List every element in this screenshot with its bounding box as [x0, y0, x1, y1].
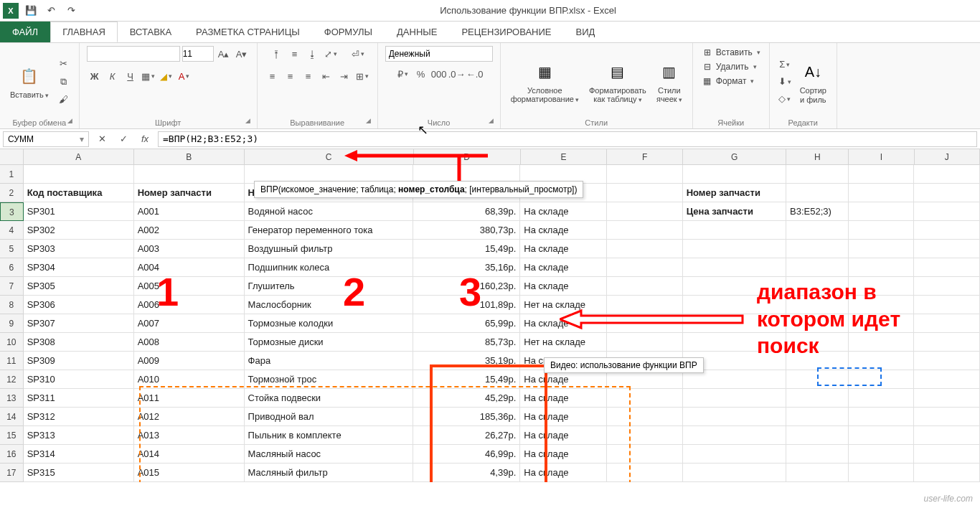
cell[interactable]: [786, 165, 849, 184]
row-header[interactable]: 9: [0, 314, 24, 333]
cell[interactable]: Водяной насос: [245, 202, 414, 221]
format-cells-button[interactable]: ▦Формат: [700, 75, 756, 88]
fill-color-icon[interactable]: ◢: [159, 68, 174, 84]
cell[interactable]: [607, 314, 683, 333]
cell[interactable]: SP313: [24, 426, 134, 445]
cell[interactable]: [683, 408, 786, 426]
cell[interactable]: Подшипник колеса: [245, 258, 414, 277]
row-header[interactable]: 10: [0, 333, 24, 352]
name-box[interactable]: СУММ▾: [3, 131, 89, 147]
table-row[interactable]: 9SP307A007Тормозные колодки65,99р.На скл…: [0, 314, 980, 333]
row-header[interactable]: 3: [0, 202, 24, 221]
cell[interactable]: A005: [134, 277, 245, 296]
cell[interactable]: [914, 258, 980, 277]
cell[interactable]: [607, 258, 683, 277]
cell[interactable]: [607, 240, 683, 258]
col-header-e[interactable]: E: [521, 149, 607, 164]
table-row[interactable]: 7SP305A005Глушитель160,23р.На складе: [0, 277, 980, 296]
fill-icon[interactable]: ⬇: [777, 74, 793, 90]
col-header-j[interactable]: J: [915, 149, 980, 164]
cell[interactable]: SP305: [24, 277, 134, 296]
cell[interactable]: [786, 445, 849, 464]
table-row[interactable]: 4SP302A002Генератор переменного тока380,…: [0, 221, 980, 240]
cell[interactable]: 160,23р.: [413, 277, 520, 296]
cell[interactable]: [849, 389, 915, 408]
cell[interactable]: Код поставщика: [24, 184, 134, 202]
percent-icon[interactable]: %: [413, 66, 429, 82]
cell[interactable]: [607, 426, 683, 445]
cell[interactable]: На складе: [520, 240, 606, 258]
format-painter-icon[interactable]: 🖌: [56, 92, 72, 108]
cell[interactable]: [607, 202, 683, 221]
table-row[interactable]: 10SP308A008Тормозные диски85,73р.Нет на …: [0, 333, 980, 352]
cell[interactable]: Масляный фильтр: [245, 464, 414, 482]
chevron-down-icon[interactable]: ▾: [80, 134, 84, 144]
tab-file[interactable]: ФАЙЛ: [0, 22, 50, 42]
number-dialog-launcher-icon[interactable]: ◢: [489, 117, 499, 127]
cell[interactable]: SP306: [24, 296, 134, 314]
cell[interactable]: 46,99р.: [413, 445, 520, 464]
col-header-g[interactable]: G: [683, 149, 786, 164]
cancel-formula-icon[interactable]: ✕: [93, 131, 110, 147]
cell[interactable]: [786, 352, 849, 370]
cell[interactable]: [683, 258, 786, 277]
cell[interactable]: На складе: [520, 408, 606, 426]
cell[interactable]: 185,36р.: [413, 408, 520, 426]
cell[interactable]: [914, 389, 980, 408]
cell[interactable]: [607, 277, 683, 296]
tab-page-layout[interactable]: РАЗМЕТКА СТРАНИЦЫ: [184, 22, 312, 42]
cell[interactable]: SP315: [24, 464, 134, 482]
row-header[interactable]: 17: [0, 464, 24, 482]
cell[interactable]: [849, 184, 915, 202]
cell[interactable]: На складе: [520, 352, 606, 370]
underline-icon[interactable]: Ч: [123, 68, 138, 84]
cell[interactable]: [786, 296, 849, 314]
cell[interactable]: A008: [134, 333, 245, 352]
cell[interactable]: [849, 464, 915, 482]
cell[interactable]: [914, 352, 980, 370]
cell[interactable]: SP314: [24, 445, 134, 464]
cell[interactable]: Тормозной трос: [245, 370, 414, 389]
cell[interactable]: [914, 202, 980, 221]
cell[interactable]: A007: [134, 314, 245, 333]
sort-filter-button[interactable]: A↓ Сортир и филь: [797, 57, 829, 105]
cell[interactable]: Нет на складе: [520, 296, 606, 314]
cell[interactable]: [607, 389, 683, 408]
cell[interactable]: [914, 184, 980, 202]
number-format-select[interactable]: [385, 46, 493, 62]
cell[interactable]: 101,89р.: [413, 296, 520, 314]
worksheet[interactable]: A B C D E F G H I J 12Код поставщикаНоме…: [0, 149, 980, 482]
table-row[interactable]: 12SP310A010Тормозной трос15,49р.На склад…: [0, 370, 980, 389]
cell[interactable]: SP303: [24, 240, 134, 258]
table-row[interactable]: 13SP311A011Стойка подвески45,29р.На скла…: [0, 389, 980, 408]
tab-insert[interactable]: ВСТАВКА: [118, 22, 184, 42]
cell[interactable]: [914, 408, 980, 426]
align-middle-icon[interactable]: ≡: [287, 46, 303, 62]
cell[interactable]: [683, 352, 786, 370]
cell[interactable]: 45,29р.: [413, 389, 520, 408]
cell[interactable]: A009: [134, 352, 245, 370]
cell[interactable]: [786, 333, 849, 352]
cell[interactable]: [849, 445, 915, 464]
cell[interactable]: [849, 426, 915, 445]
cell[interactable]: A002: [134, 221, 245, 240]
row-header[interactable]: 12: [0, 370, 24, 389]
grid-body[interactable]: 12Код поставщикаНомер запчастиНаименован…: [0, 165, 980, 482]
table-row[interactable]: 16SP314A014Масляный насос46,99р.На склад…: [0, 445, 980, 464]
align-bottom-icon[interactable]: ⭳: [305, 46, 321, 62]
currency-icon[interactable]: ₽: [395, 66, 411, 82]
cell[interactable]: [849, 333, 915, 352]
cell[interactable]: На складе: [520, 370, 606, 389]
alignment-dialog-launcher-icon[interactable]: ◢: [366, 117, 376, 127]
increase-decimal-icon[interactable]: .0→: [449, 66, 465, 82]
cell[interactable]: [607, 333, 683, 352]
cell[interactable]: [24, 165, 134, 184]
table-row[interactable]: 8SP306A006Маслосборник101,89р.Нет на скл…: [0, 296, 980, 314]
accept-formula-icon[interactable]: ✓: [115, 131, 132, 147]
cell[interactable]: [786, 408, 849, 426]
conditional-formatting-button[interactable]: ▦ Условное форматирование: [508, 57, 582, 105]
col-header-h[interactable]: H: [786, 149, 849, 164]
cell[interactable]: [914, 445, 980, 464]
cell[interactable]: [683, 333, 786, 352]
delete-cells-button[interactable]: ⊟Удалить: [700, 60, 758, 73]
